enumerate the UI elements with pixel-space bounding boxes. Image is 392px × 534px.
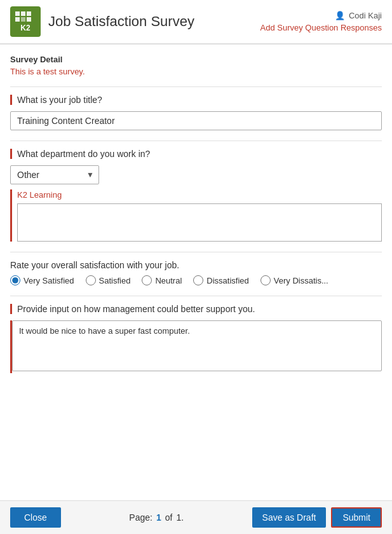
page-label: Page: (129, 512, 152, 523)
app-header: K2 Job Satisfaction Survey 👤 Codi Kaji A… (0, 0, 392, 44)
radio-neutral[interactable]: Neutral (142, 275, 182, 285)
department-select-wrapper: HR Finance IT Operations Other ▼ (10, 165, 99, 184)
user-icon: 👤 (335, 11, 345, 20)
question-label-management: Provide input on how management could be… (10, 304, 382, 314)
footer-actions: Save as Draft Submit (252, 507, 382, 528)
question-label-job-title: What is your job title? (10, 95, 382, 105)
k2-learning-box (17, 203, 382, 242)
survey-detail-section: Survey Detail This is a test survey. (10, 55, 382, 76)
k2-learning-label: K2 Learning (17, 190, 62, 200)
k2-learning-area: K2 Learning (10, 189, 382, 242)
radio-very-satisfied-label: Very Satisfied (24, 276, 74, 285)
job-title-input[interactable] (10, 111, 382, 130)
question-satisfaction: Rate your overall satisfaction with your… (10, 260, 382, 285)
satisfaction-radio-group: Very Satisfied Satisfied Neutral Dissati… (10, 275, 382, 285)
radio-satisfied-label: Satisfied (99, 276, 131, 285)
radio-very-satisfied[interactable]: Very Satisfied (10, 275, 74, 285)
radio-very-dissatisfied[interactable]: Very Dissatis... (260, 275, 328, 285)
radio-dissatisfied-input[interactable] (193, 275, 203, 285)
question-label-satisfaction: Rate your overall satisfaction with your… (10, 260, 382, 270)
svg-rect-1 (21, 11, 25, 16)
radio-very-dissatisfied-input[interactable] (260, 275, 271, 285)
svg-rect-2 (15, 17, 20, 22)
header-left: K2 Job Satisfaction Survey (10, 6, 194, 37)
section-divider-4 (10, 296, 382, 296)
header-right: 👤 Codi Kaji Add Survey Question Response… (260, 11, 382, 32)
radio-satisfied-input[interactable] (86, 275, 96, 285)
content-area: Survey Detail This is a test survey. Wha… (0, 44, 392, 394)
radio-neutral-input[interactable] (142, 275, 152, 285)
user-info: 👤 Codi Kaji (335, 11, 382, 20)
radio-satisfied[interactable]: Satisfied (86, 275, 131, 285)
page-current: 1 (156, 512, 161, 523)
page-title: Job Satisfaction Survey (48, 13, 194, 30)
svg-rect-0 (15, 11, 20, 16)
save-draft-button[interactable]: Save as Draft (252, 507, 327, 528)
k2-logo: K2 (10, 6, 41, 37)
section-divider-3 (10, 252, 382, 252)
radio-dissatisfied[interactable]: Dissatisfied (193, 275, 248, 285)
page-info: Page: 1 of 1. (129, 512, 184, 523)
management-textarea-wrapper (10, 320, 382, 373)
survey-section-label: Survey Detail (10, 55, 382, 64)
question-label-department: What department do you work in? (10, 149, 382, 159)
survey-description: This is a test survey. (10, 67, 382, 76)
section-divider-1 (10, 86, 382, 87)
svg-rect-3 (21, 17, 25, 22)
svg-text:K2: K2 (20, 24, 30, 32)
department-select[interactable]: HR Finance IT Operations Other (10, 165, 99, 184)
page-separator: of (165, 512, 173, 523)
radio-neutral-label: Neutral (155, 276, 182, 285)
svg-rect-4 (27, 11, 31, 16)
question-department: What department do you work in? HR Finan… (10, 149, 382, 242)
footer: Close Page: 1 of 1. Save as Draft Submit (0, 500, 392, 534)
svg-rect-5 (27, 17, 31, 22)
question-job-title: What is your job title? (10, 95, 382, 130)
management-textarea[interactable] (12, 320, 382, 371)
question-management: Provide input on how management could be… (10, 304, 382, 373)
add-survey-link[interactable]: Add Survey Question Responses (260, 23, 382, 32)
user-name: Codi Kaji (349, 11, 382, 20)
radio-dissatisfied-label: Dissatisfied (206, 276, 248, 285)
radio-very-satisfied-input[interactable] (10, 275, 20, 285)
radio-very-dissatisfied-label: Very Dissatis... (274, 276, 328, 285)
section-divider-2 (10, 140, 382, 141)
page-total: 1. (176, 512, 184, 523)
close-button[interactable]: Close (10, 507, 61, 528)
submit-button[interactable]: Submit (331, 507, 382, 528)
main-content: Survey Detail This is a test survey. Wha… (0, 44, 392, 444)
